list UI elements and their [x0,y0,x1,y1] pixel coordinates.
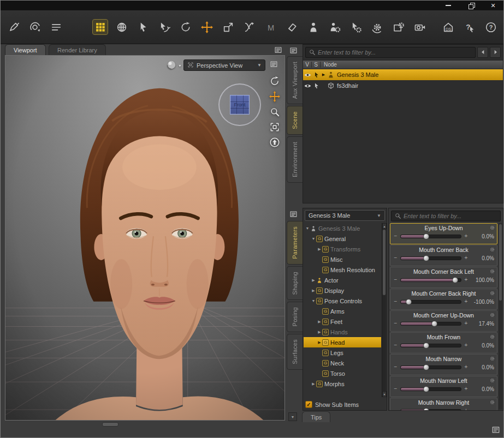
rotate-selection-tool-icon[interactable] [157,20,171,34]
parameters-tree-item-torso[interactable]: GTorso [304,368,381,379]
zoom-camera-icon[interactable] [268,105,282,119]
dock-tab-surfaces[interactable]: Surfaces [287,334,303,370]
scene-node-row-fs3dhair[interactable]: fs3dhair [303,80,503,91]
slider-thumb[interactable] [423,233,429,239]
slider-thumb[interactable] [423,364,429,370]
parameters-tree-item-transforms[interactable]: ▶GTransforms [304,244,381,254]
measure-tool-icon[interactable]: M [263,20,278,34]
slider-track[interactable] [400,344,461,347]
sliders-filter-box[interactable] [391,211,501,221]
slider-decrement-button[interactable]: − [393,233,399,239]
parameters-tree-item-misc[interactable]: GMisc [304,254,381,265]
slider-decrement-button[interactable]: − [393,342,399,349]
sliders-scrollbar[interactable] [499,223,502,410]
expand-arrow-icon[interactable]: ▶ [311,382,316,386]
slider-thumb[interactable] [423,255,429,261]
slider-track[interactable] [400,387,461,391]
scene-filter-input[interactable] [318,49,472,56]
slider-gear-icon[interactable] [489,356,495,363]
bottom-pane-menu-icon[interactable] [491,425,500,435]
transfer-utility-tool-icon[interactable] [327,20,342,34]
slider-track[interactable] [400,409,461,411]
parameters-tree-item-pose-controls[interactable]: ▼GPose Controls [304,296,381,306]
slider-increment-button[interactable]: + [463,233,469,239]
parameters-tree-scrollbar[interactable]: ▲ ▼ [382,223,386,397]
parameters-tree-item-legs[interactable]: GLegs [304,347,381,358]
slider-gear-icon[interactable] [489,334,495,341]
slider-gear-icon[interactable] [489,312,495,319]
render-settings-icon[interactable] [370,20,384,34]
slider-gear-icon[interactable] [489,225,495,232]
slider-increment-button[interactable]: + [463,342,469,349]
parameters-tree-item-actor[interactable]: ▶Actor [304,275,381,285]
parameters-tree-item-head[interactable]: ▶GHead [304,337,381,347]
slider-decrement-button[interactable]: − [393,364,399,370]
whats-this-help-icon[interactable]: ? [462,20,477,34]
parameters-tree-item-morphs[interactable]: ▶GMorphs [304,379,381,389]
slider-increment-button[interactable]: + [463,407,469,410]
tab-render-library[interactable]: Render Library [49,44,106,55]
figure-selector-dropdown[interactable]: Genesis 3 Male ▼ [305,210,385,221]
slider-gear-icon[interactable] [489,377,495,385]
scrollbar-thumb[interactable] [499,224,502,301]
minimize-button[interactable] [439,1,458,10]
scrollbar-thumb[interactable] [383,230,386,295]
expand-arrow-icon[interactable]: ▶ [317,340,322,345]
parameters-tree-item-feet[interactable]: ▶GFeet [304,316,381,327]
expand-arrow-icon[interactable]: ▼ [305,226,310,230]
slider-increment-button[interactable]: + [463,320,469,327]
reset-camera-icon[interactable] [268,135,282,149]
expand-arrow-icon[interactable]: ▼ [311,299,316,303]
filter-prev-button[interactable] [477,47,488,58]
viewport-pane-menu-icon[interactable] [274,46,282,55]
scroll-up-button[interactable]: ▲ [382,223,387,229]
expand-arrow-icon[interactable]: ▼ [311,237,316,241]
slider-increment-button[interactable]: + [463,255,469,261]
tab-viewport[interactable]: Viewport [5,44,46,55]
dock-tab-shaping[interactable]: Shaping [287,266,303,300]
restore-button[interactable] [462,1,481,10]
dock-tab-posing[interactable]: Posing [287,302,303,332]
slider-thumb[interactable] [423,386,429,392]
parameters-tree-item-display[interactable]: ▶GDisplay [304,285,381,296]
universal-manipulator-tool-icon[interactable] [199,20,214,34]
slider-track[interactable] [400,278,461,282]
expand-arrow-icon[interactable]: ▶ [317,320,322,324]
close-button[interactable]: × [484,1,502,10]
expand-arrow-icon[interactable]: ▶ [311,278,316,283]
parameters-tree-item-hands[interactable]: ▶GHands [304,327,381,337]
parameters-tree-item-arms[interactable]: GArms [304,306,381,316]
viewport-3d[interactable]: ▼ Perspective View ▼ Front [5,55,285,421]
rotate-tool-icon[interactable] [178,20,193,34]
slider-track[interactable] [400,300,461,304]
dock-tab-scene[interactable]: Scene [287,106,303,135]
scroll-down-button[interactable]: ▼ [382,391,387,397]
dock-tab-parameters[interactable]: Parameters [287,221,303,265]
scene-dock-pane-icon[interactable] [289,46,298,56]
daz-home-icon[interactable]: DS [441,20,455,34]
expand-arrow-icon[interactable]: ▶ [311,289,316,293]
slider-thumb[interactable] [431,321,437,327]
selectability-cursor-icon[interactable] [312,71,321,79]
show-sub-items-row[interactable]: ✓ Show Sub Items [305,401,359,408]
show-sub-items-checkbox[interactable]: ✓ [305,401,312,408]
slider-decrement-button[interactable]: − [393,320,399,327]
slider-decrement-button[interactable]: − [393,386,399,392]
dock-tab-aux-viewport[interactable]: Aux Viewport [287,56,303,104]
slider-decrement-button[interactable]: − [393,255,399,261]
slider-increment-button[interactable]: + [463,298,469,305]
slider-thumb[interactable] [406,299,412,305]
view-navigation-circle[interactable]: Front [218,83,261,126]
slider-gear-icon[interactable] [489,268,495,275]
orbit-camera-icon[interactable] [268,74,282,88]
pan-camera-icon[interactable] [268,89,282,104]
slider-decrement-button[interactable]: − [393,277,399,283]
render-package-icon[interactable] [391,20,406,34]
joint-editor-tool-icon[interactable] [114,20,129,34]
selectability-cursor-icon[interactable] [312,82,321,89]
view-navigation-cube[interactable]: Front [230,95,250,115]
scene-filter-box[interactable] [305,47,476,58]
slider-thumb[interactable] [452,277,458,283]
slider-track[interactable] [400,322,461,326]
slider-decrement-button[interactable]: − [393,407,399,410]
